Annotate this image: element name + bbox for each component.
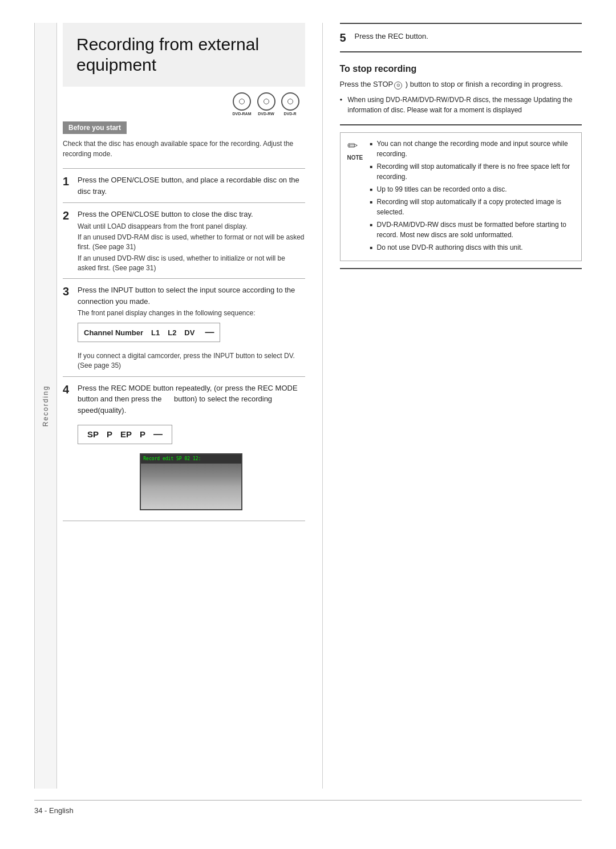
step-1-text: Press the OPEN/CLOSE button, and place a… (78, 176, 299, 196)
sp-label: SP (87, 428, 99, 441)
disc-icon-dvd-ram: DVD-RAM (232, 92, 251, 116)
note-item-2: Recording will stop automatically if the… (370, 161, 575, 182)
sep2: P (140, 428, 145, 441)
divider-3 (63, 278, 305, 279)
step-3-sub2: If you connect a digital camcorder, pres… (78, 351, 305, 371)
footer: 34 - English (34, 800, 582, 815)
stop-symbol: ⊙ (394, 82, 402, 90)
note-box: ✏ NOTE You can not change the recording … (340, 132, 582, 261)
disc-label-dvd-ram: DVD-RAM (232, 112, 251, 116)
step-5-text: Press the REC button. (355, 31, 582, 42)
title-line2: equipment (76, 55, 156, 74)
step-1: 1 Press the OPEN/CLOSE button, and place… (63, 174, 305, 197)
title-box: Recording from external equipment (63, 23, 305, 87)
footer-text: 34 - English (34, 806, 74, 815)
sp-ep-box-wrapper: SP P EP P — (78, 421, 305, 449)
to-stop-section: To stop recording Press the STOP⊙ ) butt… (340, 64, 582, 115)
channel-arrow: — (205, 326, 214, 339)
disc-circle-dvd-ram (233, 92, 251, 111)
step-3: 3 Press the INPUT button to select the i… (63, 285, 305, 370)
note-label: NOTE (347, 155, 364, 161)
step-2-content: Press the OPEN/CLOSE button to close the… (78, 209, 305, 273)
step-5-num: 5 (340, 31, 350, 44)
right-column: 5 Press the REC button. To stop recordin… (323, 23, 582, 789)
step-2: 2 Press the OPEN/CLOSE button to close t… (63, 209, 305, 273)
left-column: Recording from external equipment DVD-RA… (63, 23, 323, 789)
step-2-sub3: If an unused DVD-RW disc is used, whethe… (78, 254, 305, 273)
divider-right-1 (340, 124, 582, 125)
disc-icon-dvd-rw: DVD-RW (257, 92, 275, 116)
sp-ep-arrow: — (153, 428, 163, 441)
note-item-3: Up to 99 titles can be recorded onto a d… (370, 184, 575, 194)
step-2-text: Press the OPEN/CLOSE button to close the… (78, 210, 253, 218)
note-item-6: Do not use DVD-R authoring discs with th… (370, 242, 575, 253)
to-stop-bullets: When using DVD-RAM/DVD-RW/DVD-R discs, t… (340, 95, 582, 115)
note-icon-wrapper: ✏ NOTE (347, 139, 364, 255)
disc-icon-dvd-r: DVD-R (281, 92, 299, 116)
divider-right-2 (340, 268, 582, 269)
channel-box-wrapper: Channel Number L1 L2 DV — (78, 318, 305, 347)
channel-dv: DV (184, 327, 194, 339)
note-pencil-icon: ✏ (347, 139, 364, 153)
step-5-area: 5 Press the REC button. (340, 23, 582, 52)
channel-box: Channel Number L1 L2 DV — (78, 323, 220, 342)
disc-icons-row: DVD-RAM DVD-RW DVD-R (63, 92, 305, 116)
before-start-heading: Before you start (63, 121, 127, 134)
step-4-content: Press the REC MODE button repeatedly, (o… (78, 383, 305, 515)
channel-l2: L2 (168, 327, 176, 339)
disc-label-dvd-r: DVD-R (283, 112, 296, 116)
screen-preview-wrapper: Record edit SP 02 12: (78, 449, 305, 515)
note-item-1: You can not change the recording mode an… (370, 139, 575, 159)
step-1-content: Press the OPEN/CLOSE button, and place a… (78, 174, 305, 197)
step-2-num: 2 (63, 209, 73, 273)
note-item-4: Recording will stop automatically if a c… (370, 197, 575, 217)
divider-5 (63, 521, 305, 521)
step-4-num: 4 (63, 383, 73, 515)
screen-top-bar: Record edit SP 02 12: (141, 454, 241, 464)
step-2-sub2: If an unused DVD-RAM disc is used, wheth… (78, 233, 305, 252)
step-3-num: 3 (63, 285, 73, 370)
main-content: Recording Recording from external equipm… (34, 23, 582, 789)
page: Recording Recording from external equipm… (0, 0, 616, 849)
before-start-text: Check that the disc has enough available… (63, 139, 305, 159)
sep1: P (107, 428, 112, 441)
disc-circle-dvd-r (281, 92, 299, 111)
title-line1: Recording from external (76, 35, 259, 54)
note-item-5: DVD-RAM/DVD-RW discs must be formatted b… (370, 220, 575, 240)
ep-label: EP (120, 428, 132, 441)
note-items-list: You can not change the recording mode an… (370, 139, 575, 255)
to-stop-bullet-1: When using DVD-RAM/DVD-RW/DVD-R discs, t… (340, 95, 582, 115)
disc-circle-dvd-rw (257, 92, 275, 111)
channel-l1: L1 (151, 327, 160, 339)
step-3-content: Press the INPUT button to select the inp… (78, 285, 305, 370)
to-stop-text: Press the STOP⊙ ) button to stop or fini… (340, 79, 582, 90)
sidebar-recording: Recording (34, 23, 57, 789)
divider-2 (63, 202, 305, 203)
divider-1 (63, 168, 305, 169)
page-title: Recording from external equipment (76, 34, 291, 75)
step-2-sub1: Wait until LOAD disappears from the fron… (78, 222, 305, 231)
channel-label: Channel Number (84, 327, 143, 339)
step-3-text: Press the INPUT button to select the inp… (78, 286, 295, 306)
step-3-sub1: The front panel display changes in the f… (78, 308, 305, 318)
to-stop-heading: To stop recording (340, 64, 582, 74)
sidebar-label-text: Recording (42, 385, 50, 426)
screen-preview: Record edit SP 02 12: (140, 453, 242, 510)
step-4: 4 Press the REC MODE button repeatedly, … (63, 383, 305, 515)
divider-4 (63, 376, 305, 377)
step-4-text: Press the REC MODE button repeatedly, (o… (78, 384, 298, 415)
step-1-num: 1 (63, 174, 73, 197)
disc-label-dvd-rw: DVD-RW (258, 112, 274, 116)
sp-ep-box: SP P EP P — (78, 425, 172, 444)
before-start-section: Before you start Check that the disc has… (63, 121, 305, 159)
step-5-row: 5 Press the REC button. (340, 31, 582, 44)
